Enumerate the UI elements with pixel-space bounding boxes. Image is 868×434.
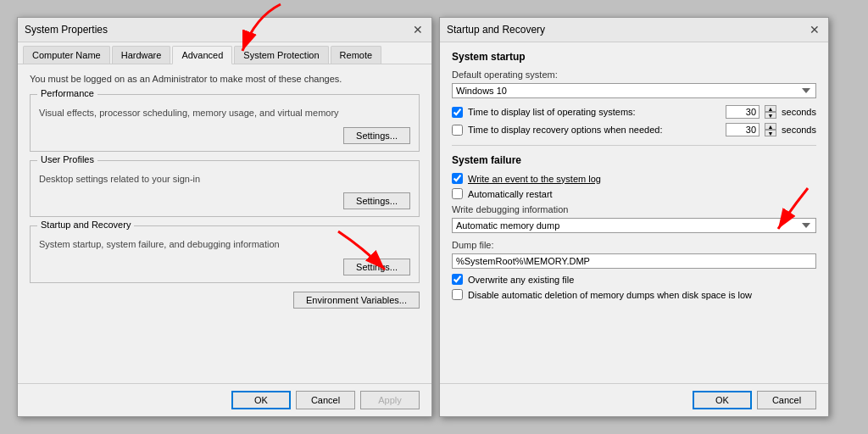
env-vars-button[interactable]: Environment Variables... [293, 292, 420, 309]
debug-info-dropdown[interactable]: Automatic memory dump [452, 218, 816, 233]
right-cancel-button[interactable]: Cancel [757, 391, 816, 409]
tabs-container: Computer Name Hardware Advanced System P… [18, 42, 431, 64]
left-dialog-content: You must be logged on as an Administrato… [18, 64, 431, 383]
auto-restart-label: Automatically restart [468, 189, 553, 199]
user-profiles-desc: Desktop settings related to your sign-in [39, 173, 410, 186]
system-startup-header: System startup [452, 51, 816, 63]
display-recovery-input[interactable] [726, 123, 760, 136]
user-profiles-section: User Profiles Desktop settings related t… [30, 160, 420, 217]
right-dialog-close-button[interactable]: ✕ [808, 23, 821, 36]
left-dialog-footer: OK Cancel Apply [18, 383, 431, 416]
startup-recovery-desc: System startup, system failure, and debu… [39, 238, 410, 251]
left-dialog-title: System Properties [25, 24, 108, 36]
display-list-input[interactable] [726, 105, 760, 119]
dump-file-label: Dump file: [452, 240, 816, 250]
display-list-row: Time to display list of operating system… [452, 105, 816, 119]
display-recovery-label: Time to display recovery options when ne… [468, 125, 721, 135]
tab-remote[interactable]: Remote [331, 46, 382, 64]
display-list-down[interactable]: ▼ [765, 112, 776, 119]
env-vars-row: Environment Variables... [30, 292, 420, 315]
user-profiles-settings-button[interactable]: Settings... [343, 192, 410, 209]
title-bar-right: Startup and Recovery ✕ [440, 18, 828, 42]
default-os-label: Default operating system: [452, 70, 816, 80]
left-apply-button[interactable]: Apply [360, 391, 420, 409]
debug-dropdown-row: Automatic memory dump [452, 218, 816, 233]
system-properties-dialog: System Properties ✕ Computer Name Hardwa… [17, 17, 432, 417]
default-os-dropdown[interactable]: Windows 10 [452, 83, 816, 98]
arrow-to-settings [321, 223, 406, 291]
overwrite-label: Overwrite any existing file [468, 275, 574, 285]
overwrite-row: Overwrite any existing file [452, 274, 816, 285]
display-recovery-up[interactable]: ▲ [765, 123, 776, 130]
display-recovery-down[interactable]: ▼ [765, 130, 776, 136]
display-list-checkbox[interactable] [452, 107, 463, 118]
startup-recovery-settings-button[interactable]: Settings... [343, 259, 410, 275]
disable-auto-label: Disable automatic deletion of memory dum… [468, 290, 752, 300]
right-dialog-footer: OK Cancel [440, 383, 828, 416]
disable-auto-checkbox[interactable] [452, 289, 463, 300]
left-ok-button[interactable]: OK [231, 391, 291, 409]
right-dialog-title: Startup and Recovery [447, 24, 545, 36]
display-recovery-unit: seconds [782, 125, 816, 135]
performance-section: Performance Visual effects, processor sc… [30, 94, 420, 151]
auto-restart-row: Automatically restart [452, 188, 816, 199]
left-cancel-button[interactable]: Cancel [296, 391, 355, 409]
title-bar-left: System Properties ✕ [18, 18, 431, 42]
right-ok-button[interactable]: OK [693, 391, 752, 409]
tab-computer-name[interactable]: Computer Name [23, 46, 110, 64]
display-recovery-row: Time to display recovery options when ne… [452, 123, 816, 136]
performance-settings-button[interactable]: Settings... [343, 127, 410, 144]
startup-recovery-section: Startup and Recovery System startup, sys… [30, 225, 420, 282]
write-event-row: Write an event to the system log [452, 173, 816, 184]
tab-system-protection[interactable]: System Protection [234, 46, 328, 64]
display-list-unit: seconds [782, 107, 816, 117]
dump-file-input[interactable] [452, 253, 816, 269]
tab-hardware[interactable]: Hardware [112, 46, 171, 64]
display-list-up[interactable]: ▲ [765, 105, 776, 112]
write-event-checkbox[interactable] [452, 173, 463, 184]
tab-advanced[interactable]: Advanced [172, 46, 232, 64]
admin-notice: You must be logged on as an Administrato… [30, 73, 420, 86]
display-recovery-checkbox[interactable] [452, 125, 463, 136]
performance-desc: Visual effects, processor scheduling, me… [39, 107, 410, 120]
display-list-spinner: ▲ ▼ [765, 105, 776, 119]
right-dialog-content: System startup Default operating system:… [440, 42, 828, 383]
default-os-row: Windows 10 [452, 83, 816, 98]
performance-label: Performance [37, 88, 97, 98]
startup-recovery-dialog: Startup and Recovery ✕ System startup De… [439, 17, 829, 417]
write-debug-label: Write debugging information [452, 204, 816, 214]
overwrite-checkbox[interactable] [452, 274, 463, 285]
system-failure-header: System failure [452, 154, 816, 166]
section-divider [452, 145, 816, 146]
disable-auto-row: Disable automatic deletion of memory dum… [452, 289, 816, 300]
write-event-label: Write an event to the system log [468, 174, 601, 184]
user-profiles-label: User Profiles [37, 154, 97, 164]
display-recovery-spinner: ▲ ▼ [765, 123, 776, 136]
startup-recovery-label: Startup and Recovery [37, 220, 134, 230]
left-dialog-close-button[interactable]: ✕ [411, 23, 425, 36]
display-list-label: Time to display list of operating system… [468, 107, 721, 117]
auto-restart-checkbox[interactable] [452, 188, 463, 199]
